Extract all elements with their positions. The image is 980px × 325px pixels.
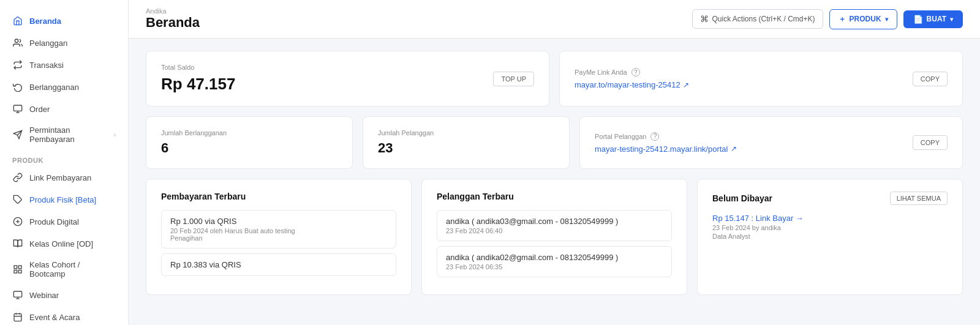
doc-icon: 📄 <box>913 15 923 24</box>
chevron-right-icon: › <box>114 132 116 138</box>
sidebar-label-kelas-cohort: Kelas Cohort / Bootcamp <box>29 260 116 278</box>
monitor-icon <box>12 290 23 301</box>
pelanggan-terbaru-title: Pelanggan Terbaru <box>437 192 672 201</box>
payment-amount-2: Rp 10.383 via QRIS <box>170 260 387 269</box>
portal-label-text: Portal Pelanggan <box>595 132 646 140</box>
sidebar-item-produk-digital[interactable]: Produk Digital <box>0 211 128 233</box>
pelanggan-terbaru-card: Pelanggan Terbaru andika ( andika03@gmai… <box>421 179 687 295</box>
sidebar-item-link-pembayaran[interactable]: Link Pembayaran <box>0 166 128 189</box>
sidebar-label-produk-fisik: Produk Fisik [Beta] <box>29 195 96 204</box>
berlangganan-info: Jumlah Berlangganan 6 <box>161 129 227 156</box>
payme-info: PayMe Link Anda ? mayar.to/mayar-testing… <box>575 68 689 89</box>
sidebar-item-permintaan-pembayaran[interactable]: Permintaan Pembayaran › <box>0 120 128 149</box>
svg-rect-10 <box>14 266 17 269</box>
sidebar-item-berlangganan[interactable]: Berlangganan <box>0 76 128 98</box>
saldo-value: Rp 47.157 <box>161 75 235 94</box>
payment-item-2: Rp 10.383 via QRIS <box>161 253 396 276</box>
sidebar-label-berlangganan: Berlangganan <box>29 83 79 92</box>
sidebar-label-webinar: Webinar <box>29 291 59 300</box>
total-saldo-card: Total Saldo Rp 47.157 TOP UP <box>146 51 549 106</box>
svg-rect-1 <box>13 105 21 111</box>
sidebar: Beranda Pelanggan Transaksi Berlangganan… <box>0 0 129 325</box>
buat-button[interactable]: 📄 BUAT ▾ <box>903 10 963 28</box>
customer-item-1: andika ( andika03@gmail.com - 0813205499… <box>437 210 672 241</box>
payme-label-text: PayMe Link Anda <box>575 69 627 76</box>
book-icon <box>12 238 23 249</box>
copy-portal-button[interactable]: COPY <box>913 135 948 150</box>
sidebar-label-produk-digital: Produk Digital <box>29 217 79 226</box>
svg-rect-17 <box>14 314 21 321</box>
calendar-icon <box>12 312 23 323</box>
produk-button[interactable]: ＋ PRODUK ▾ <box>829 9 897 29</box>
header-left: Andika Beranda <box>146 7 200 31</box>
pelanggan-info: Jumlah Pelanggan 23 <box>378 129 434 156</box>
chevron-buat-icon: ▾ <box>950 16 953 23</box>
quick-actions-button[interactable]: ⌘ Quick Actions (Ctrl+K / Cmd+K) <box>692 9 823 29</box>
belum-dibayar-title-text: Belum Dibayar <box>712 193 772 203</box>
sidebar-item-order[interactable]: Order <box>0 98 128 120</box>
portal-info-icon: ? <box>650 132 659 141</box>
sidebar-item-webinar[interactable]: Webinar <box>0 284 128 306</box>
customer-name-1: andika ( andika03@gmail.com - 0813205499… <box>446 217 663 226</box>
unpaid-link-1[interactable]: Rp 15.147 : Link Bayar → <box>712 214 804 223</box>
svg-rect-13 <box>14 270 17 273</box>
sidebar-item-kelas-online[interactable]: Kelas Online [OD] <box>0 233 128 255</box>
transaksi-icon <box>12 59 23 70</box>
sidebar-item-kelas-cohort[interactable]: Kelas Cohort / Bootcamp <box>0 255 128 284</box>
users-icon <box>12 37 23 48</box>
payment-sub-1: Penagihan <box>170 234 203 242</box>
pembayaran-title-text: Pembayaran Terbaru <box>161 192 246 201</box>
unpaid-sub-1: Data Analyst <box>712 233 948 240</box>
unpaid-date-1: 23 Feb 2024 by andika <box>712 224 948 231</box>
buat-label: BUAT <box>927 15 946 23</box>
header-actions: ⌘ Quick Actions (Ctrl+K / Cmd+K) ＋ PRODU… <box>692 9 963 29</box>
command-icon: ⌘ <box>700 14 709 24</box>
berlangganan-card: Jumlah Berlangganan 6 <box>146 116 353 169</box>
copy-payme-button[interactable]: COPY <box>913 72 948 86</box>
customer-item-2: andika ( andika02@gmail.com - 0813205499… <box>437 246 672 277</box>
home-icon <box>12 15 23 26</box>
berlangganan-value: 6 <box>161 140 227 156</box>
content: Total Saldo Rp 47.157 TOP UP PayMe Link … <box>129 39 980 325</box>
sidebar-label-beranda: Beranda <box>29 17 61 26</box>
sidebar-item-beranda[interactable]: Beranda <box>0 10 128 32</box>
plus-produk-icon: ＋ <box>839 14 846 24</box>
section-produk-label: Produk <box>0 149 128 166</box>
chevron-produk-icon: ▾ <box>885 16 888 23</box>
sidebar-label-event: Event & Acara <box>29 313 80 322</box>
stats-row-2: Jumlah Berlangganan 6 Jumlah Pelanggan 2… <box>146 116 963 169</box>
topup-button[interactable]: TOP UP <box>493 72 534 86</box>
sidebar-item-pelanggan[interactable]: Pelanggan <box>0 32 128 54</box>
sidebar-item-transaksi[interactable]: Transaksi <box>0 54 128 76</box>
breadcrumb: Andika <box>146 7 200 15</box>
sidebar-item-event[interactable]: Event & Acara <box>0 306 128 325</box>
lihat-semua-button[interactable]: LIHAT SEMUA <box>890 192 948 205</box>
tag-icon <box>12 194 23 205</box>
main-area: Andika Beranda ⌘ Quick Actions (Ctrl+K /… <box>129 0 980 325</box>
payment-meta-1: 20 Feb 2024 oleh Harus Buat auto testing… <box>170 227 387 242</box>
customer-date-1: 23 Feb 2024 06:40 <box>446 227 663 234</box>
portal-url-link[interactable]: mayar-testing-25412.mayar.link/portal ↗ <box>595 144 737 154</box>
produk-label: PRODUK <box>850 15 881 23</box>
info-icon: ? <box>631 68 640 77</box>
stats-row-1: Total Saldo Rp 47.157 TOP UP PayMe Link … <box>146 51 963 106</box>
belum-dibayar-title: Belum Dibayar LIHAT SEMUA <box>712 192 948 205</box>
pembayaran-title: Pembayaran Terbaru <box>161 192 396 201</box>
order-icon <box>12 103 23 114</box>
svg-rect-14 <box>13 291 21 297</box>
saldo-info: Total Saldo Rp 47.157 <box>161 64 235 94</box>
pelanggan-card: Jumlah Pelanggan 23 <box>363 116 570 169</box>
sidebar-label-permintaan: Permintaan Pembayaran <box>29 125 108 144</box>
sidebar-label-link-pembayaran: Link Pembayaran <box>29 173 91 182</box>
portal-info: Portal Pelanggan ? mayar-testing-25412.m… <box>595 132 737 154</box>
payme-url-link[interactable]: mayar.to/mayar-testing-25412 ↗ <box>575 80 689 89</box>
belum-dibayar-card: Belum Dibayar LIHAT SEMUA Rp 15.147 : Li… <box>697 179 963 295</box>
payment-item-1: Rp 1.000 via QRIS 20 Feb 2024 oleh Harus… <box>161 210 396 248</box>
header: Andika Beranda ⌘ Quick Actions (Ctrl+K /… <box>129 0 980 39</box>
portal-external-icon: ↗ <box>731 144 737 153</box>
sidebar-label-order: Order <box>29 105 50 114</box>
pelanggan-count-value: 23 <box>378 140 434 156</box>
portal-card: Portal Pelanggan ? mayar-testing-25412.m… <box>579 116 963 169</box>
pelanggan-terbaru-title-text: Pelanggan Terbaru <box>437 192 514 201</box>
sidebar-item-produk-fisik[interactable]: Produk Fisik [Beta] <box>0 189 128 211</box>
